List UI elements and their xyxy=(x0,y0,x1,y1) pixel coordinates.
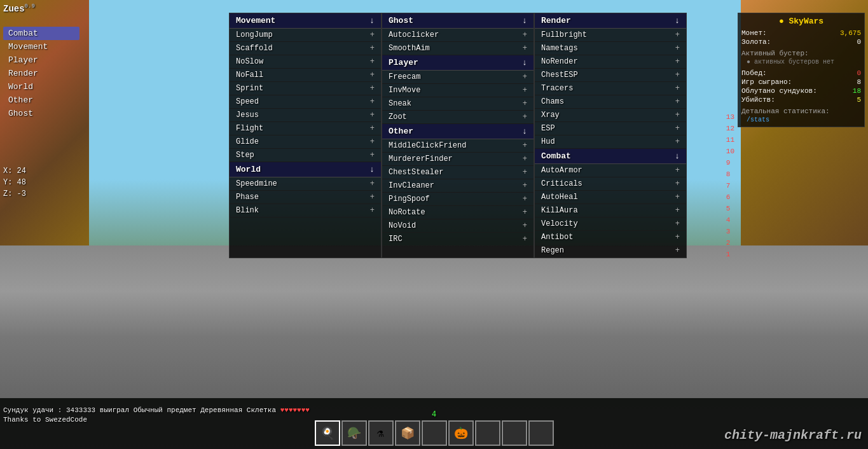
bottom-thanks: Thanks to SwezedCode xyxy=(3,416,87,424)
list-item[interactable]: Autoclicker + xyxy=(382,29,534,42)
menu-header-world: World ↓ xyxy=(230,162,381,177)
sidebar-item-combat[interactable]: Combat xyxy=(3,27,79,40)
list-item[interactable]: IRC + xyxy=(382,233,534,246)
coord-x: X: 24 xyxy=(3,165,26,177)
menu-header-other-arrow: ↓ xyxy=(522,127,527,136)
coord-y: Y: 48 xyxy=(3,177,26,188)
sidebar-item-player[interactable]: Player xyxy=(3,53,79,67)
menu-header-player-arrow: ↓ xyxy=(522,58,527,67)
list-item[interactable]: AutoArmor + xyxy=(535,164,686,177)
hotbar-slot-1[interactable]: 🍳 xyxy=(315,420,340,446)
hotbar-slot-7[interactable] xyxy=(475,420,500,446)
list-item[interactable]: Freecam + xyxy=(382,71,534,84)
menu-header-movement-label: Movement xyxy=(236,16,275,25)
stats-command[interactable]: /stats xyxy=(747,116,861,123)
list-item-velocity[interactable]: Velocity + xyxy=(535,218,686,231)
menu-col-3: Render ↓ Fullbright + Nametags + NoRende… xyxy=(534,13,687,258)
client-name: Zues0.9 xyxy=(3,3,35,14)
hotbar-slot-5[interactable] xyxy=(422,420,447,446)
list-item[interactable]: Criticals + xyxy=(535,177,686,191)
list-item[interactable]: Speed + xyxy=(230,95,381,109)
hotbar-slot-6[interactable]: 🎃 xyxy=(448,420,474,446)
sidebar-item-ghost[interactable]: Ghost xyxy=(3,107,79,120)
list-item[interactable]: ChestESP + xyxy=(535,69,686,82)
sidebar-item-movement[interactable]: Movement xyxy=(3,40,79,53)
menu-col-2: Ghost ↓ Autoclicker + SmoothAim + Player… xyxy=(382,13,534,258)
list-item[interactable]: Nametags + xyxy=(535,42,686,55)
list-item[interactable]: Zoot + xyxy=(382,111,534,124)
list-item[interactable]: Glide + xyxy=(230,135,381,149)
stats-title: SkyWars xyxy=(741,17,861,26)
list-item[interactable]: Speedmine + xyxy=(230,177,381,191)
hotbar-slot-4[interactable]: 📦 xyxy=(395,420,420,446)
list-item[interactable]: Step + xyxy=(230,149,381,162)
list-item[interactable]: MurdererFinder + xyxy=(382,153,534,166)
stats-row-games: Игр сыграно: 8 xyxy=(741,78,861,86)
stats-row-kills: Убийств: 5 xyxy=(741,96,861,104)
sidebar-item-world[interactable]: World xyxy=(3,80,79,93)
hotbar-slot-3[interactable]: ⚗️ xyxy=(368,420,394,446)
menu-col-1: Movement ↓ LongJump + Scaffold + NoSlow … xyxy=(229,13,382,258)
menu-header-player: Player ↓ xyxy=(382,55,534,71)
stats-row-coins: Монет: 3,675 xyxy=(741,29,861,37)
menus-container: Movement ↓ LongJump + Scaffold + NoSlow … xyxy=(229,13,687,258)
ground xyxy=(0,245,868,398)
list-item[interactable]: LongJump + xyxy=(230,29,381,42)
list-item[interactable]: InvCleaner + xyxy=(382,179,534,193)
status-item-icon: ♥♥♥♥♥♥♥ xyxy=(280,406,310,414)
menu-header-render-arrow: ↓ xyxy=(675,16,680,25)
menu-header-movement-arrow: ↓ xyxy=(369,16,375,25)
menu-header-ghost-arrow: ↓ xyxy=(522,16,527,25)
list-item[interactable]: Blink + xyxy=(230,204,381,218)
list-item-phase[interactable]: Phase + xyxy=(230,191,381,204)
coord-z: Z: -3 xyxy=(3,188,26,200)
status-text: Сундук удачи : 3433333 выиграл Обычный п… xyxy=(3,406,276,414)
list-item[interactable]: Fullbright + xyxy=(535,29,686,42)
list-item[interactable]: Antibot + xyxy=(535,231,686,244)
list-item[interactable]: Sprint + xyxy=(230,82,381,95)
list-item[interactable]: Hud + xyxy=(535,135,686,149)
list-item[interactable]: NoVoid + xyxy=(382,219,534,233)
sidebar-item-render[interactable]: Render xyxy=(3,67,79,80)
list-item[interactable]: NoSlow + xyxy=(230,55,381,69)
menu-header-movement: Movement ↓ xyxy=(230,13,381,29)
list-item[interactable]: MiddleClickFriend + xyxy=(382,139,534,153)
menu-header-world-arrow: ↓ xyxy=(369,165,375,174)
list-item[interactable]: Regen + xyxy=(535,244,686,258)
hotbar-slot-9[interactable] xyxy=(528,420,554,446)
list-item-flight[interactable]: Flight + xyxy=(230,122,381,135)
list-item[interactable]: ChestStealer + xyxy=(382,166,534,179)
menu-header-other-label: Other xyxy=(389,127,413,136)
stats-panel: SkyWars Монет: 3,675 Золота: 0 Активный … xyxy=(738,13,865,127)
list-item[interactable]: KillAura + xyxy=(535,204,686,218)
stats-row-gold: Золота: 0 xyxy=(741,38,861,46)
stats-row-wins: Побед: 0 xyxy=(741,69,861,77)
list-item[interactable]: Sneak + xyxy=(382,97,534,111)
list-item[interactable]: PingSpoof + xyxy=(382,193,534,206)
hotbar: 🍳 🪖 ⚗️ 📦 🎃 xyxy=(315,420,554,446)
sidebar-item-other[interactable]: Other xyxy=(3,93,79,107)
list-item[interactable]: Chams + xyxy=(535,95,686,109)
menu-header-combat-label: Combat xyxy=(541,151,571,161)
list-item[interactable]: SmoothAim + xyxy=(382,42,534,55)
list-item[interactable]: NoRender + xyxy=(535,55,686,69)
list-item[interactable]: Scaffold + xyxy=(230,42,381,55)
menu-header-player-label: Player xyxy=(389,58,418,67)
hotbar-slot-2[interactable]: 🪖 xyxy=(341,420,367,446)
stats-booster: Активный бустер: ● активных бустеров нет xyxy=(741,50,861,66)
menu-header-ghost-label: Ghost xyxy=(389,16,413,25)
menu-header-combat: Combat ↓ xyxy=(535,149,686,164)
hotbar-slot-8[interactable] xyxy=(502,420,527,446)
list-item[interactable]: NoRotate + xyxy=(382,206,534,219)
list-item[interactable]: Xray + xyxy=(535,109,686,122)
list-item[interactable]: NoFall + xyxy=(230,69,381,82)
exp-level: 4 xyxy=(432,410,436,418)
menu-header-combat-arrow: ↓ xyxy=(675,151,680,161)
list-item[interactable]: InvMove + xyxy=(382,84,534,97)
list-item[interactable]: AutoHeal + xyxy=(535,191,686,204)
list-item[interactable]: Jesus + xyxy=(230,109,381,122)
list-item[interactable]: ESP + xyxy=(535,122,686,135)
list-item[interactable]: Tracers + xyxy=(535,82,686,95)
menu-header-render-label: Render xyxy=(541,16,571,25)
menu-header-other: Other ↓ xyxy=(382,124,534,139)
